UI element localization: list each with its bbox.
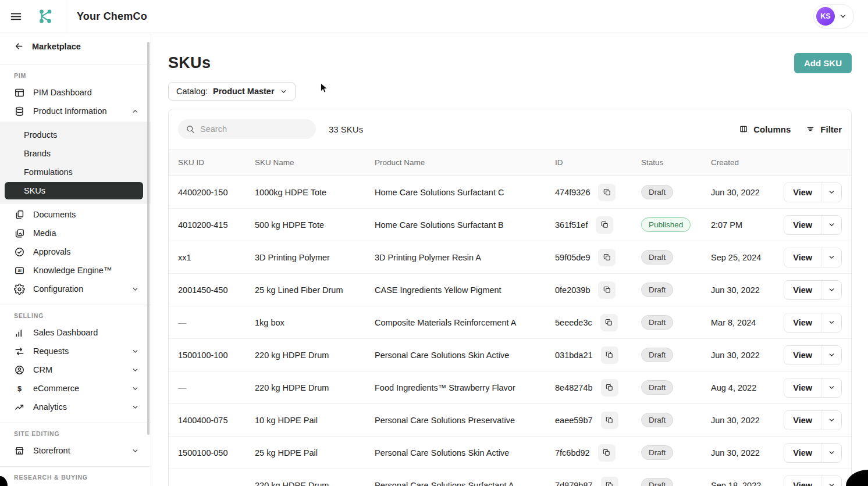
view-button[interactable]: View: [784, 444, 821, 462]
search-input[interactable]: [200, 124, 308, 134]
view-dropdown-button[interactable]: [821, 248, 841, 267]
sidebar-item-sales-dashboard[interactable]: Sales Dashboard: [0, 323, 151, 342]
created-cell: Aug 4, 2022: [711, 383, 783, 392]
back-arrow-icon: [14, 41, 24, 51]
sidebar-item-label: Product Information: [33, 106, 107, 116]
view-button[interactable]: View: [784, 411, 821, 430]
id-cell-value: 7d879b87: [555, 481, 593, 486]
table-row: 1400400-07510 kg HDPE PailPersonal Care …: [169, 404, 851, 437]
copy-id-button[interactable]: [598, 281, 616, 299]
status-badge: Draft: [641, 380, 673, 395]
view-dropdown-button[interactable]: [821, 313, 841, 332]
sidebar-item-knowledge-engine[interactable]: AIKnowledge Engine™: [0, 261, 151, 280]
copy-id-button[interactable]: [598, 444, 616, 462]
sku-id-cell: 1500100-050: [178, 448, 255, 458]
copy-id-button[interactable]: [600, 314, 618, 331]
view-dropdown-button[interactable]: [821, 411, 841, 430]
product-name-cell: Home Care Solutions Surfactant B: [375, 220, 555, 230]
sidebar-scrollbar[interactable]: [147, 42, 150, 435]
product-name-cell-value: Personal Care Solutions Skin Active: [375, 448, 509, 458]
filter-button[interactable]: Filter: [806, 124, 842, 134]
column-header: SKU Name: [255, 158, 375, 167]
row-actions: View: [784, 215, 842, 235]
sidebar-item-skus[interactable]: SKUs: [5, 182, 143, 199]
view-button[interactable]: View: [784, 346, 821, 364]
table-header: SKU IDSKU NameProduct NameIDStatusCreate…: [169, 149, 851, 176]
sidebar-item-label: Storefront: [33, 446, 70, 455]
sidebar-item-storefront[interactable]: Storefront: [0, 441, 151, 460]
copy-id-button[interactable]: [596, 216, 613, 234]
view-button[interactable]: View: [784, 378, 821, 397]
id-cell: 0fe2039b: [555, 281, 641, 299]
account-menu-button[interactable]: KS: [813, 4, 854, 28]
view-button[interactable]: View: [784, 183, 821, 202]
status-cell: Published: [641, 217, 711, 232]
ai-icon: AI: [14, 265, 25, 276]
sidebar-item-pim-dashboard[interactable]: PIM Dashboard: [0, 83, 151, 102]
status-cell: Draft: [641, 250, 711, 265]
view-button[interactable]: View: [784, 216, 821, 234]
view-dropdown-button[interactable]: [821, 346, 841, 364]
sidebar-item-formulations[interactable]: Formulations: [0, 163, 151, 181]
status-badge: Draft: [641, 185, 673, 199]
id-cell: 8e48274b: [555, 379, 641, 396]
copy-id-button[interactable]: [601, 379, 618, 396]
brand-logo-icon[interactable]: [38, 9, 53, 24]
view-dropdown-button[interactable]: [821, 444, 841, 462]
chevron-down-icon: [828, 416, 835, 424]
view-button[interactable]: View: [784, 281, 821, 299]
row-actions: View: [784, 345, 842, 365]
sidebar-item-analytics[interactable]: Analytics: [0, 398, 151, 416]
sku-id-cell: 1400400-075: [178, 416, 255, 425]
view-button[interactable]: View: [784, 476, 821, 486]
sidebar-item-approvals[interactable]: Approvals: [0, 242, 151, 261]
sidebar-item-ecommerce[interactable]: $eCommerce: [0, 379, 151, 398]
sidebar-back-marketplace[interactable]: Marketplace: [0, 33, 151, 58]
sku-name-cell-value: 25 kg HDPE Pail: [255, 448, 318, 458]
view-button[interactable]: View: [784, 313, 821, 332]
chevron-down-icon: [828, 221, 835, 228]
copy-id-button[interactable]: [601, 477, 618, 486]
add-sku-button[interactable]: Add SKU: [794, 53, 852, 73]
product-name-cell: Composite Materials Reinforcement A: [375, 318, 555, 327]
column-header: Status: [641, 158, 711, 167]
copy-id-button[interactable]: [601, 412, 618, 429]
row-actions: View: [784, 313, 842, 333]
sidebar-item-documents[interactable]: Documents: [0, 205, 151, 224]
created-cell: Sep 18, 2022: [711, 481, 783, 486]
sidebar-item-media[interactable]: Media: [0, 224, 151, 242]
sidebar-item-configuration[interactable]: Configuration: [0, 280, 151, 298]
product-name-cell: Home Care Solutions Surfactant C: [375, 188, 555, 197]
sku-name-cell-value: 10 kg HDPE Pail: [255, 416, 318, 425]
row-actions: View: [784, 476, 842, 486]
view-button[interactable]: View: [784, 248, 821, 267]
view-dropdown-button[interactable]: [821, 183, 841, 202]
status-cell: Draft: [641, 413, 711, 427]
status-cell: Draft: [641, 348, 711, 362]
chevron-down-icon: [828, 449, 835, 456]
view-dropdown-button[interactable]: [821, 281, 841, 299]
menu-icon: [10, 10, 22, 23]
sidebar-group: SELLINGSales DashboardRequestsCRM$eComme…: [0, 305, 151, 416]
catalog-dropdown[interactable]: Catalog: Product Master: [168, 82, 296, 101]
sidebar-item-crm[interactable]: CRM: [0, 360, 151, 379]
copy-id-button[interactable]: [598, 249, 616, 266]
view-dropdown-button[interactable]: [821, 476, 841, 486]
menu-button[interactable]: [10, 10, 22, 23]
table-body: 4400200-1501000kg HDPE ToteHome Care Sol…: [169, 176, 851, 486]
sidebar-item-brands[interactable]: Brands: [0, 144, 151, 163]
sidebar-item-requests[interactable]: Requests: [0, 342, 151, 360]
view-dropdown-button[interactable]: [821, 378, 841, 397]
sku-name-cell-value: 1000kg HDPE Tote: [255, 188, 326, 197]
copy-id-button[interactable]: [601, 346, 618, 364]
columns-button[interactable]: Columns: [739, 124, 791, 134]
table-row: —220 kg HDPE DrumPersonal Care Solutions…: [169, 469, 851, 486]
created-cell: Jun 30, 2022: [711, 285, 783, 295]
status-badge: Draft: [641, 283, 673, 297]
sku-name-cell-value: 220 kg HDPE Drum: [255, 481, 329, 486]
view-dropdown-button[interactable]: [821, 216, 841, 234]
sidebar-item-products[interactable]: Products: [0, 126, 151, 144]
sidebar-item-product-information[interactable]: Product Information: [0, 102, 151, 120]
column-header: ID: [555, 158, 641, 167]
copy-id-button[interactable]: [598, 184, 616, 201]
